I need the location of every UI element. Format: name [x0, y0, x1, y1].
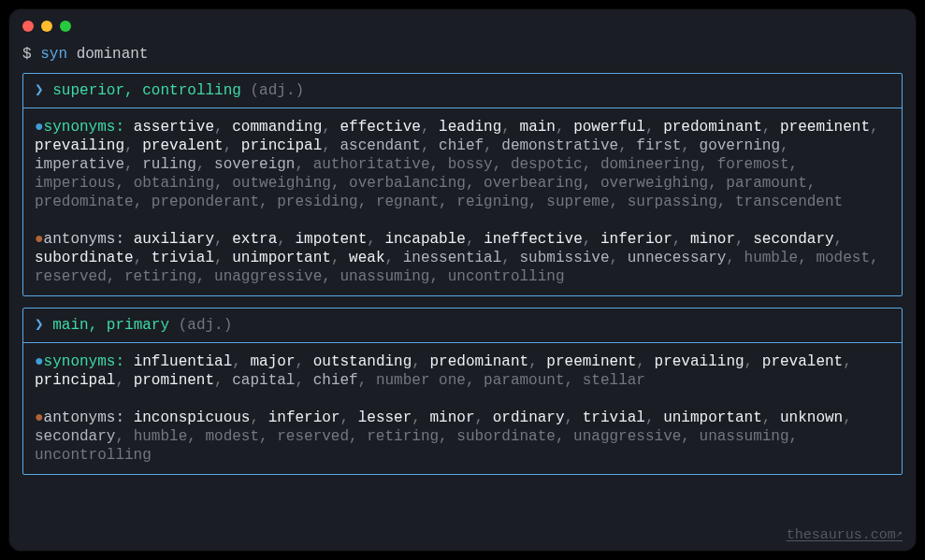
word: prevailing [655, 353, 744, 370]
word: trivial [152, 250, 214, 266]
word: commanding [232, 119, 322, 136]
synonyms-label: synonyms: [44, 119, 124, 136]
word: secondary [35, 428, 115, 445]
word: lesser [358, 409, 412, 426]
word: despotic [511, 156, 583, 173]
prompt-line: $ syn dominant [22, 39, 903, 73]
attribution-link[interactable]: thesaurus.com↗ [787, 527, 903, 545]
word: unaggressive [214, 268, 322, 285]
sense-header: ❯ superior, controlling (adj.) [23, 74, 902, 108]
window-titlebar [9, 9, 916, 39]
word: ascendant [340, 137, 420, 154]
sense-label: main, primary [52, 317, 169, 334]
word: reigning [456, 194, 528, 210]
word: secondary [753, 231, 833, 248]
word: demonstrative [501, 137, 618, 154]
word: humble [134, 428, 188, 445]
part-of-speech: (adj.) [251, 82, 305, 99]
antonyms-label: antonyms: [44, 231, 124, 248]
maximize-button[interactable] [60, 21, 71, 32]
word: presiding [277, 194, 357, 210]
word: predominate [35, 194, 134, 210]
attribution-text: thesaurus.com [787, 527, 896, 543]
word: inessential [403, 250, 502, 266]
word: uncontrolling [448, 268, 565, 285]
word: predominant [430, 353, 529, 370]
word: unnecessary [628, 250, 727, 266]
antonyms-section: ●antonyms: inconspicuous, inferior, less… [35, 409, 890, 465]
word: ruling [142, 156, 196, 173]
word: unassuming [340, 268, 429, 285]
word: unassuming [700, 428, 789, 445]
word: retiring [124, 268, 196, 285]
command-argument: dominant [77, 46, 149, 63]
word: ordinary [493, 409, 565, 426]
word: leading [439, 119, 501, 136]
word: principal [241, 137, 322, 154]
section-gap [35, 390, 890, 409]
synonyms-section: ●synonyms: influential, major, outstandi… [35, 352, 890, 390]
word: surpassing [628, 194, 717, 210]
word: preeminent [780, 119, 870, 136]
word: assertive [134, 119, 214, 136]
word: first [636, 137, 681, 154]
word: humble [744, 250, 799, 266]
prompt-symbol: $ [22, 46, 32, 63]
bullet-icon: ● [35, 119, 44, 136]
chevron-icon: ❯ [35, 82, 44, 99]
word: reserved [35, 268, 107, 285]
terminal-body[interactable]: $ syn dominant ❯ superior, controlling (… [9, 39, 916, 494]
word: supreme [546, 194, 609, 210]
synonyms-label: synonyms: [44, 353, 124, 370]
part-of-speech: (adj.) [179, 317, 233, 334]
word: unimportant [663, 409, 762, 426]
word: overweighing [600, 175, 708, 192]
word: influential [134, 353, 233, 370]
terminal-window: $ syn dominant ❯ superior, controlling (… [9, 9, 916, 551]
sense-group: ❯ main, primary (adj.)●synonyms: influen… [22, 308, 903, 475]
word: foremost [717, 156, 789, 173]
word: outstanding [313, 353, 412, 370]
word: impotent [295, 231, 367, 248]
word: prevalent [142, 137, 223, 154]
word: minor [430, 409, 475, 426]
sense-header: ❯ main, primary (adj.) [23, 309, 902, 343]
word: subordinate [456, 428, 556, 445]
chevron-icon: ❯ [35, 317, 44, 334]
word: unknown [780, 409, 843, 426]
word: chief [439, 137, 484, 154]
word: trivial [583, 409, 645, 426]
word: number one [376, 372, 466, 389]
word: paramount [726, 175, 806, 192]
word: major [250, 353, 295, 370]
word: unaggressive [573, 428, 681, 445]
word: weak [349, 250, 384, 266]
word: powerful [573, 119, 645, 136]
word: stellar [583, 372, 645, 389]
word: retiring [367, 428, 439, 445]
word: main [520, 119, 556, 136]
word: auxiliary [134, 231, 214, 248]
close-button[interactable] [22, 21, 34, 32]
word: domineering [600, 156, 700, 173]
bullet-icon: ● [35, 409, 44, 426]
word: outweighing [232, 175, 331, 192]
command-name: syn [40, 46, 67, 63]
antonyms-section: ●antonyms: auxiliary, extra, impotent, i… [35, 230, 890, 286]
word: chief [313, 372, 358, 389]
external-link-icon: ↗ [896, 527, 903, 540]
word: authoritative [313, 156, 430, 173]
word: preponderant [152, 194, 259, 210]
sense-group: ❯ superior, controlling (adj.)●synonyms:… [22, 73, 903, 296]
section-gap [35, 211, 890, 230]
word: transcendent [735, 194, 843, 210]
antonyms-label: antonyms: [44, 409, 124, 426]
minimize-button[interactable] [41, 21, 52, 32]
word: submissive [520, 250, 610, 266]
word: overbalancing [349, 175, 466, 192]
word: bossy [448, 156, 493, 173]
bullet-icon: ● [35, 353, 44, 370]
word: preeminent [546, 353, 636, 370]
word: prevalent [762, 353, 843, 370]
word: imperious [35, 175, 115, 192]
